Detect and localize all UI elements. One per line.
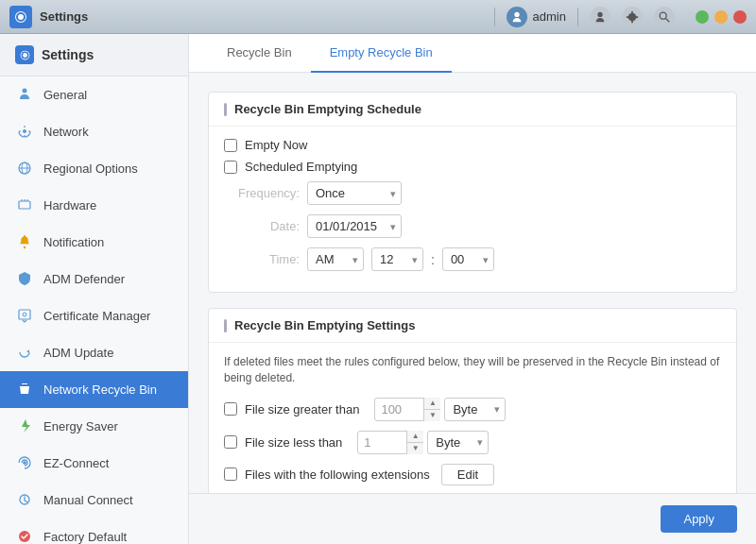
username: admin	[533, 9, 566, 24]
sidebar-item-adm-defender[interactable]: ADM Defender	[0, 261, 188, 298]
file-size-less-down[interactable]: ▼	[407, 443, 423, 454]
file-size-greater-unit-wrap: ByteKBMBGB	[444, 398, 506, 421]
sidebar-label-notification: Notification	[43, 235, 104, 249]
sidebar-label-hardware: Hardware	[43, 198, 96, 212]
extensions-label[interactable]: Files with the following extensions	[245, 468, 430, 482]
frequency-select[interactable]: Once Daily Weekly Monthly	[307, 181, 402, 205]
file-size-less-checkbox[interactable]	[224, 435, 237, 449]
settings-section-header: Recycle Bin Emptying Settings	[209, 309, 736, 343]
settings-title: Recycle Bin Emptying Settings	[234, 318, 415, 332]
minute-select[interactable]: 00 153045	[442, 247, 494, 271]
content-area: Recycle Bin Empty Recycle Bin Recycle Bi…	[189, 34, 756, 544]
frequency-label: Frequency:	[224, 186, 300, 200]
svg-point-0	[514, 11, 519, 16]
user-btn[interactable]	[590, 7, 610, 27]
empty-now-label[interactable]: Empty Now	[245, 138, 307, 152]
manual-connect-icon	[15, 490, 34, 509]
file-size-greater-unit-select[interactable]: ByteKBMBGB	[444, 398, 506, 421]
extensions-row: Files with the following extensions Edit	[224, 464, 721, 485]
sidebar-label-adm-update: ADM Update	[43, 346, 113, 360]
sidebar: Settings General Network Regional Option…	[0, 34, 189, 544]
file-size-greater-up[interactable]: ▲	[424, 398, 440, 410]
sidebar-label-ez-connect: EZ-Connect	[43, 456, 109, 470]
sidebar-item-hardware[interactable]: Hardware	[0, 187, 188, 224]
sidebar-header-icon	[15, 45, 34, 64]
svg-rect-9	[19, 201, 30, 209]
sidebar-item-ez-connect[interactable]: EZ-Connect	[0, 445, 188, 482]
window-close[interactable]	[733, 10, 747, 24]
sidebar-header-title: Settings	[42, 47, 94, 62]
network-icon	[15, 122, 34, 141]
regional-icon	[15, 159, 34, 178]
file-size-greater-controls: ▲ ▼ ByteKBMBGB	[374, 398, 506, 421]
tab-recycle-bin[interactable]: Recycle Bin	[208, 34, 311, 73]
svg-point-19	[24, 462, 26, 464]
sidebar-item-manual[interactable]: Manual Connect	[0, 482, 188, 518]
hour-select[interactable]: 12 1234 5678 91011	[371, 247, 423, 271]
search-btn[interactable]	[654, 7, 675, 27]
hour-select-wrap: 12 1234 5678 91011	[371, 247, 423, 271]
svg-point-1	[597, 11, 602, 16]
sidebar-item-energy[interactable]: Energy Saver	[0, 408, 188, 445]
certificate-icon	[15, 306, 34, 325]
date-select[interactable]: 01/01/2015	[307, 214, 402, 238]
file-size-greater-checkbox[interactable]	[224, 402, 237, 416]
app-icon	[9, 6, 32, 28]
notification-icon	[15, 232, 34, 251]
energy-icon	[15, 416, 34, 435]
separator	[494, 8, 495, 26]
sidebar-label-adm-defender: ADM Defender	[43, 272, 125, 286]
sidebar-item-general[interactable]: General	[0, 76, 188, 113]
network-recycle-icon	[15, 380, 34, 399]
window-minimize[interactable]	[714, 10, 728, 24]
sidebar-item-network[interactable]: Network	[0, 113, 188, 150]
sidebar-item-regional[interactable]: Regional Options	[0, 150, 188, 187]
scheduled-checkbox[interactable]	[224, 161, 237, 174]
svg-point-14	[24, 246, 26, 248]
adm-update-icon	[15, 343, 34, 362]
emptying-settings-section: Recycle Bin Emptying Settings If deleted…	[208, 308, 737, 493]
sidebar-item-certificate[interactable]: Certificate Manager	[0, 298, 188, 334]
sidebar-label-regional: Regional Options	[43, 162, 138, 176]
sidebar-item-adm-update[interactable]: ADM Update	[0, 334, 188, 371]
sidebar-item-notification[interactable]: Notification	[0, 224, 188, 261]
sidebar-item-factory[interactable]: Factory Default	[0, 518, 188, 544]
file-size-less-controls: ▲ ▼ ByteKBMBGB	[357, 431, 489, 454]
extensions-checkbox[interactable]	[224, 468, 237, 481]
sidebar-label-network: Network	[43, 125, 89, 139]
file-size-less-row: File size less than ▲ ▼	[224, 431, 721, 454]
sidebar-label-network-recycle: Network Recycle Bin	[43, 382, 157, 397]
svg-point-4	[23, 89, 27, 94]
file-size-less-unit-wrap: ByteKBMBGB	[427, 431, 489, 454]
sidebar-item-network-recycle[interactable]: Network Recycle Bin	[0, 371, 188, 408]
svg-point-2	[660, 12, 666, 19]
sidebar-header: Settings	[0, 34, 188, 76]
file-size-greater-down[interactable]: ▼	[424, 410, 440, 421]
file-size-less-label[interactable]: File size less than	[245, 435, 342, 450]
window-controls	[696, 10, 747, 24]
hardware-icon	[15, 196, 34, 214]
date-row: Date: 01/01/2015	[224, 214, 721, 238]
file-size-less-unit-select[interactable]: ByteKBMBGB	[427, 431, 489, 454]
apply-button[interactable]: Apply	[661, 505, 737, 533]
tab-empty-recycle-bin[interactable]: Empty Recycle Bin	[311, 34, 452, 73]
window-maximize[interactable]	[696, 10, 709, 24]
titlebar-controls: admin	[494, 7, 747, 27]
date-select-wrap: 01/01/2015	[307, 214, 402, 238]
min-select-wrap: 00 153045	[442, 247, 494, 271]
empty-now-checkbox[interactable]	[224, 139, 237, 152]
ampm-select[interactable]: AM PM	[307, 247, 364, 271]
main-container: Settings General Network Regional Option…	[0, 34, 756, 544]
notice-text: If deleted files meet the rules configur…	[224, 354, 721, 386]
schedule-section-header: Recycle Bin Emptying Schedule	[209, 93, 736, 127]
edit-button[interactable]: Edit	[441, 464, 494, 485]
file-size-less-up[interactable]: ▲	[407, 431, 423, 443]
titlebar: Settings admin	[0, 0, 756, 34]
settings-btn[interactable]	[622, 7, 643, 27]
ampm-select-wrap: AM PM	[307, 247, 364, 271]
scheduled-label[interactable]: Scheduled Emptying	[245, 160, 357, 174]
factory-icon	[15, 527, 34, 544]
file-size-greater-label[interactable]: File size greater than	[245, 402, 359, 416]
sidebar-label-general: General	[43, 88, 87, 102]
scheduled-row: Scheduled Emptying	[224, 160, 721, 174]
